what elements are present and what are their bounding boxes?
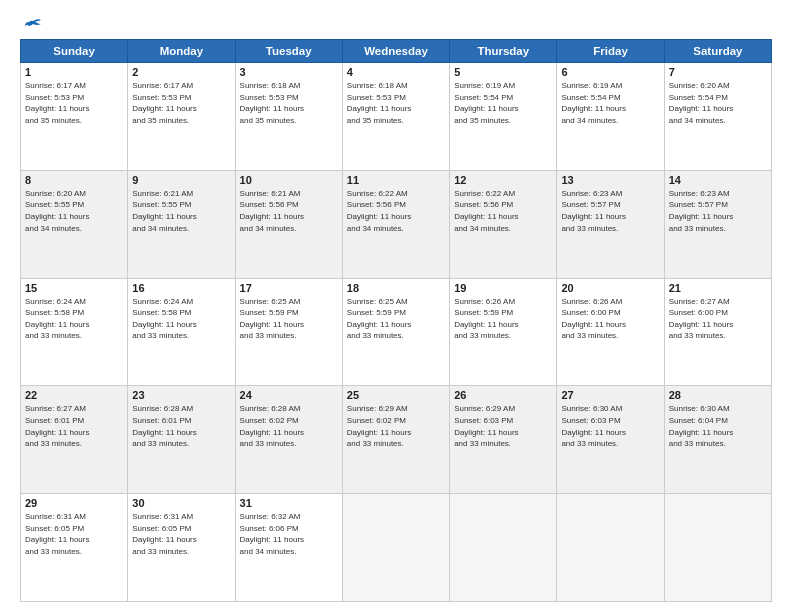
day-number: 5 <box>454 66 552 78</box>
day-number: 11 <box>347 174 445 186</box>
calendar-day-cell: 4Sunrise: 6:18 AM Sunset: 5:53 PM Daylig… <box>342 63 449 171</box>
day-number: 27 <box>561 389 659 401</box>
day-info: Sunrise: 6:23 AM Sunset: 5:57 PM Dayligh… <box>669 188 767 234</box>
calendar-day-cell: 26Sunrise: 6:29 AM Sunset: 6:03 PM Dayli… <box>450 386 557 494</box>
day-info: Sunrise: 6:17 AM Sunset: 5:53 PM Dayligh… <box>25 80 123 126</box>
day-number: 2 <box>132 66 230 78</box>
weekday-header-sunday: Sunday <box>21 40 128 63</box>
day-info: Sunrise: 6:32 AM Sunset: 6:06 PM Dayligh… <box>240 511 338 557</box>
day-info: Sunrise: 6:23 AM Sunset: 5:57 PM Dayligh… <box>561 188 659 234</box>
calendar-day-cell: 8Sunrise: 6:20 AM Sunset: 5:55 PM Daylig… <box>21 170 128 278</box>
day-number: 16 <box>132 282 230 294</box>
calendar-day-cell: 23Sunrise: 6:28 AM Sunset: 6:01 PM Dayli… <box>128 386 235 494</box>
day-info: Sunrise: 6:21 AM Sunset: 5:56 PM Dayligh… <box>240 188 338 234</box>
calendar-day-cell: 20Sunrise: 6:26 AM Sunset: 6:00 PM Dayli… <box>557 278 664 386</box>
calendar-day-cell: 29Sunrise: 6:31 AM Sunset: 6:05 PM Dayli… <box>21 494 128 602</box>
day-number: 21 <box>669 282 767 294</box>
calendar-day-cell: 21Sunrise: 6:27 AM Sunset: 6:00 PM Dayli… <box>664 278 771 386</box>
logo <box>20 18 43 31</box>
day-number: 7 <box>669 66 767 78</box>
calendar-day-cell: 18Sunrise: 6:25 AM Sunset: 5:59 PM Dayli… <box>342 278 449 386</box>
day-info: Sunrise: 6:30 AM Sunset: 6:04 PM Dayligh… <box>669 403 767 449</box>
calendar-day-cell: 1Sunrise: 6:17 AM Sunset: 5:53 PM Daylig… <box>21 63 128 171</box>
day-info: Sunrise: 6:29 AM Sunset: 6:03 PM Dayligh… <box>454 403 552 449</box>
day-number: 22 <box>25 389 123 401</box>
day-info: Sunrise: 6:26 AM Sunset: 6:00 PM Dayligh… <box>561 296 659 342</box>
calendar-day-cell: 17Sunrise: 6:25 AM Sunset: 5:59 PM Dayli… <box>235 278 342 386</box>
day-info: Sunrise: 6:24 AM Sunset: 5:58 PM Dayligh… <box>25 296 123 342</box>
day-number: 23 <box>132 389 230 401</box>
weekday-header-friday: Friday <box>557 40 664 63</box>
day-info: Sunrise: 6:28 AM Sunset: 6:01 PM Dayligh… <box>132 403 230 449</box>
calendar-week-row: 1Sunrise: 6:17 AM Sunset: 5:53 PM Daylig… <box>21 63 772 171</box>
day-info: Sunrise: 6:27 AM Sunset: 6:00 PM Dayligh… <box>669 296 767 342</box>
calendar-day-cell: 27Sunrise: 6:30 AM Sunset: 6:03 PM Dayli… <box>557 386 664 494</box>
day-number: 25 <box>347 389 445 401</box>
calendar-day-cell: 6Sunrise: 6:19 AM Sunset: 5:54 PM Daylig… <box>557 63 664 171</box>
calendar-day-cell: 16Sunrise: 6:24 AM Sunset: 5:58 PM Dayli… <box>128 278 235 386</box>
calendar-day-cell <box>557 494 664 602</box>
day-info: Sunrise: 6:19 AM Sunset: 5:54 PM Dayligh… <box>561 80 659 126</box>
calendar-day-cell: 28Sunrise: 6:30 AM Sunset: 6:04 PM Dayli… <box>664 386 771 494</box>
day-number: 28 <box>669 389 767 401</box>
day-number: 6 <box>561 66 659 78</box>
day-number: 24 <box>240 389 338 401</box>
day-number: 14 <box>669 174 767 186</box>
calendar-day-cell <box>342 494 449 602</box>
calendar-page: SundayMondayTuesdayWednesdayThursdayFrid… <box>0 0 792 612</box>
calendar-day-cell: 31Sunrise: 6:32 AM Sunset: 6:06 PM Dayli… <box>235 494 342 602</box>
calendar-day-cell: 11Sunrise: 6:22 AM Sunset: 5:56 PM Dayli… <box>342 170 449 278</box>
calendar-day-cell: 3Sunrise: 6:18 AM Sunset: 5:53 PM Daylig… <box>235 63 342 171</box>
day-number: 8 <box>25 174 123 186</box>
calendar-day-cell: 24Sunrise: 6:28 AM Sunset: 6:02 PM Dayli… <box>235 386 342 494</box>
calendar-week-row: 29Sunrise: 6:31 AM Sunset: 6:05 PM Dayli… <box>21 494 772 602</box>
day-number: 31 <box>240 497 338 509</box>
day-info: Sunrise: 6:27 AM Sunset: 6:01 PM Dayligh… <box>25 403 123 449</box>
calendar-day-cell: 13Sunrise: 6:23 AM Sunset: 5:57 PM Dayli… <box>557 170 664 278</box>
calendar-day-cell: 15Sunrise: 6:24 AM Sunset: 5:58 PM Dayli… <box>21 278 128 386</box>
day-number: 4 <box>347 66 445 78</box>
calendar-day-cell: 25Sunrise: 6:29 AM Sunset: 6:02 PM Dayli… <box>342 386 449 494</box>
day-number: 17 <box>240 282 338 294</box>
calendar-day-cell: 7Sunrise: 6:20 AM Sunset: 5:54 PM Daylig… <box>664 63 771 171</box>
weekday-header-monday: Monday <box>128 40 235 63</box>
day-number: 9 <box>132 174 230 186</box>
day-info: Sunrise: 6:20 AM Sunset: 5:54 PM Dayligh… <box>669 80 767 126</box>
day-info: Sunrise: 6:22 AM Sunset: 5:56 PM Dayligh… <box>454 188 552 234</box>
day-info: Sunrise: 6:18 AM Sunset: 5:53 PM Dayligh… <box>240 80 338 126</box>
calendar-day-cell: 9Sunrise: 6:21 AM Sunset: 5:55 PM Daylig… <box>128 170 235 278</box>
calendar-day-cell: 14Sunrise: 6:23 AM Sunset: 5:57 PM Dayli… <box>664 170 771 278</box>
day-info: Sunrise: 6:25 AM Sunset: 5:59 PM Dayligh… <box>347 296 445 342</box>
day-info: Sunrise: 6:30 AM Sunset: 6:03 PM Dayligh… <box>561 403 659 449</box>
calendar-day-cell: 30Sunrise: 6:31 AM Sunset: 6:05 PM Dayli… <box>128 494 235 602</box>
calendar-table: SundayMondayTuesdayWednesdayThursdayFrid… <box>20 39 772 602</box>
day-number: 13 <box>561 174 659 186</box>
day-info: Sunrise: 6:20 AM Sunset: 5:55 PM Dayligh… <box>25 188 123 234</box>
calendar-day-cell: 5Sunrise: 6:19 AM Sunset: 5:54 PM Daylig… <box>450 63 557 171</box>
day-info: Sunrise: 6:24 AM Sunset: 5:58 PM Dayligh… <box>132 296 230 342</box>
weekday-header-wednesday: Wednesday <box>342 40 449 63</box>
calendar-day-cell: 22Sunrise: 6:27 AM Sunset: 6:01 PM Dayli… <box>21 386 128 494</box>
day-number: 20 <box>561 282 659 294</box>
logo-bird-icon <box>23 18 43 33</box>
calendar-day-cell <box>450 494 557 602</box>
weekday-header-thursday: Thursday <box>450 40 557 63</box>
day-number: 3 <box>240 66 338 78</box>
calendar-day-cell: 12Sunrise: 6:22 AM Sunset: 5:56 PM Dayli… <box>450 170 557 278</box>
day-info: Sunrise: 6:25 AM Sunset: 5:59 PM Dayligh… <box>240 296 338 342</box>
weekday-header-tuesday: Tuesday <box>235 40 342 63</box>
day-number: 30 <box>132 497 230 509</box>
calendar-day-cell: 2Sunrise: 6:17 AM Sunset: 5:53 PM Daylig… <box>128 63 235 171</box>
weekday-header-saturday: Saturday <box>664 40 771 63</box>
day-info: Sunrise: 6:31 AM Sunset: 6:05 PM Dayligh… <box>132 511 230 557</box>
day-number: 1 <box>25 66 123 78</box>
day-number: 19 <box>454 282 552 294</box>
day-number: 29 <box>25 497 123 509</box>
day-number: 18 <box>347 282 445 294</box>
day-info: Sunrise: 6:31 AM Sunset: 6:05 PM Dayligh… <box>25 511 123 557</box>
calendar-day-cell <box>664 494 771 602</box>
day-info: Sunrise: 6:18 AM Sunset: 5:53 PM Dayligh… <box>347 80 445 126</box>
day-info: Sunrise: 6:17 AM Sunset: 5:53 PM Dayligh… <box>132 80 230 126</box>
day-number: 15 <box>25 282 123 294</box>
calendar-day-cell: 10Sunrise: 6:21 AM Sunset: 5:56 PM Dayli… <box>235 170 342 278</box>
